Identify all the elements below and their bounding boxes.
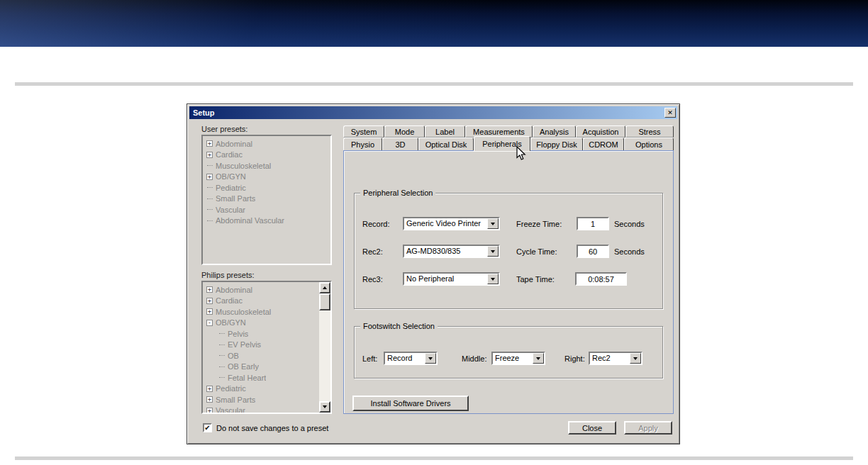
tree-item-pediatric[interactable]: + Pediatric [206, 383, 318, 395]
tab-mode[interactable]: Mode [384, 125, 425, 138]
tree-item-label: OB [228, 352, 239, 360]
footswitch-left-dropdown[interactable]: Record [384, 352, 438, 365]
footswitch-left-value: Record [385, 353, 425, 364]
do-not-save-checkbox[interactable]: ✔ [203, 423, 212, 432]
cycle-time-unit: Seconds [614, 247, 645, 256]
tree-item-label: Musculoskeletal [216, 308, 271, 316]
tree-item-ev-pelvis[interactable]: EV Pelvis [218, 340, 318, 351]
tree-item-ob[interactable]: OB [218, 350, 318, 362]
tree-item-label: Abdominal Vascular [216, 216, 284, 225]
screen: Setup ✕ User presets: + Abdominal + Card… [0, 0, 868, 465]
apply-button[interactable]: Apply [624, 421, 672, 435]
philips-presets-list[interactable]: + Abdominal + Cardiac + Musculoskeletal … [201, 281, 332, 414]
philips-presets-items: + Abdominal + Cardiac + Musculoskeletal … [206, 284, 318, 413]
tab-label[interactable]: Label [425, 125, 465, 138]
scrollbar[interactable] [319, 282, 330, 413]
tab-stress[interactable]: Stress [625, 125, 674, 138]
dropdown-button[interactable] [487, 274, 499, 284]
tree-item-abdominal[interactable]: + Abdominal [206, 138, 329, 150]
rec3-dropdown[interactable]: No Peripheral [403, 272, 500, 286]
tab-optical-disk[interactable]: Optical Disk [418, 138, 474, 150]
tree-item-abdominal-vascular[interactable]: Abdominal Vascular [206, 215, 329, 227]
check-icon: ✔ [204, 425, 210, 431]
tree-item-label: Pediatric [216, 184, 246, 192]
tree-connector [219, 377, 225, 378]
tree-item-cardiac[interactable]: + Cardiac [206, 150, 329, 161]
rec2-value: AG-MD830/835 [404, 246, 487, 257]
dropdown-button[interactable] [487, 246, 499, 257]
tree-item-label: OB/GYN [216, 172, 246, 181]
tree-item-obgyn[interactable]: + OB/GYN [206, 172, 329, 183]
tree-item-ob-early[interactable]: OB Early [218, 362, 318, 373]
tree-connector [219, 366, 225, 367]
chevron-down-icon [491, 223, 495, 225]
tree-item-pediatric[interactable]: Pediatric [206, 182, 329, 194]
user-presets-list[interactable]: + Abdominal + Cardiac Musculoskeletal + … [201, 135, 332, 265]
freeze-time-unit: Seconds [614, 220, 645, 228]
dropdown-button[interactable] [425, 353, 436, 364]
expand-icon[interactable]: + [206, 308, 213, 315]
expand-icon[interactable]: + [206, 152, 213, 158]
tree-item-label: Musculoskeletal [216, 162, 271, 170]
expand-icon[interactable]: + [206, 140, 213, 147]
close-button[interactable]: Close [568, 421, 616, 435]
footswitch-right-dropdown[interactable]: Rec2 [589, 352, 642, 365]
tree-item-small-parts[interactable]: + Small Parts [206, 394, 318, 405]
tree-item-label: Vascular [216, 406, 245, 413]
tree-item-label: Cardiac [216, 296, 243, 305]
tree-item-label: Cardiac [216, 150, 243, 159]
tree-item-cardiac[interactable]: + Cardiac [206, 296, 318, 307]
tree-item-obgyn[interactable]: - OB/GYN [206, 318, 318, 329]
tab-options[interactable]: Options [624, 138, 674, 150]
tab-acquistion[interactable]: Acquistion [576, 125, 625, 138]
cycle-time-field[interactable] [577, 245, 609, 258]
tab-floppy-disk[interactable]: Floppy Disk [530, 138, 583, 150]
tree-item-vascular[interactable]: Vascular [206, 204, 329, 215]
rec2-dropdown[interactable]: AG-MD830/835 [403, 245, 500, 258]
record-dropdown[interactable]: Generic Video Printer [403, 217, 500, 230]
expand-icon[interactable]: + [206, 286, 213, 293]
close-icon[interactable]: ✕ [664, 108, 676, 118]
tab-analysis[interactable]: Analysis [533, 125, 576, 138]
tree-item-abdominal[interactable]: + Abdominal [206, 284, 318, 296]
footswitch-middle-dropdown[interactable]: Freeze [491, 352, 545, 365]
tab-physio[interactable]: Physio [343, 138, 382, 150]
tab-system[interactable]: System [343, 125, 384, 138]
scroll-up-button[interactable] [319, 282, 330, 293]
tree-item-label: Fetal Heart [228, 374, 266, 382]
chevron-down-icon [491, 278, 495, 281]
tree-item-pelvis[interactable]: Pelvis [218, 328, 318, 340]
tree-connector [207, 209, 213, 210]
dropdown-button[interactable] [487, 218, 499, 229]
dialog-titlebar[interactable]: Setup ✕ [189, 106, 677, 119]
expand-icon[interactable]: + [206, 408, 213, 413]
dropdown-button[interactable] [533, 353, 544, 364]
tree-item-musculoskeletal[interactable]: Musculoskeletal [206, 160, 329, 172]
scrollbar-thumb[interactable] [319, 293, 330, 310]
tree-connector [219, 355, 225, 356]
tree-item-musculoskeletal[interactable]: + Musculoskeletal [206, 306, 318, 318]
install-software-drivers-button[interactable]: Install Software Drivers [352, 396, 469, 411]
scroll-down-button[interactable] [319, 401, 330, 413]
tape-time-field[interactable] [575, 272, 627, 286]
expand-icon[interactable]: - [206, 320, 213, 326]
tree-item-label: Pediatric [216, 384, 246, 393]
tree-item-vascular[interactable]: + Vascular [206, 405, 318, 413]
tree-item-label: Abdominal [216, 286, 252, 294]
tree-item-fetal-heart[interactable]: Fetal Heart [218, 372, 318, 383]
dropdown-button[interactable] [630, 353, 641, 364]
tree-connector [207, 165, 213, 166]
tree-item-small-parts[interactable]: Small Parts [206, 194, 329, 205]
expand-icon[interactable]: + [206, 298, 213, 304]
dialog-title: Setup [193, 108, 664, 117]
rec2-label: Rec2: [362, 247, 383, 256]
expand-icon[interactable]: + [206, 396, 213, 403]
tab-cdrom[interactable]: CDROM [583, 138, 624, 150]
expand-icon[interactable]: + [206, 386, 213, 392]
freeze-time-field[interactable] [577, 217, 609, 230]
tree-item-label: OB Early [228, 362, 259, 371]
tree-item-label: Small Parts [216, 194, 255, 203]
expand-icon[interactable]: + [206, 174, 213, 180]
tab-3d[interactable]: 3D [382, 138, 418, 150]
tree-item-label: Pelvis [228, 330, 248, 338]
